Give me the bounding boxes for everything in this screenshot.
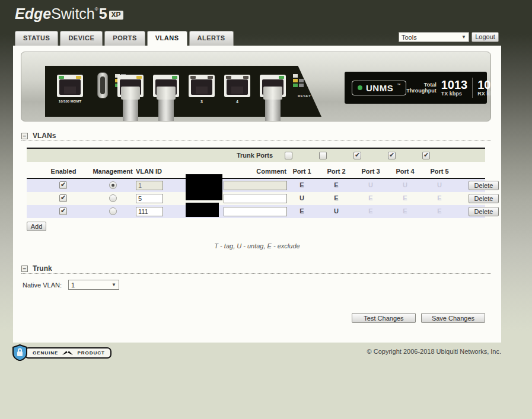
mgmt-led-green bbox=[59, 76, 64, 79]
unms-panel: UNMS ™ Total Throughput 1013 TX kbps 101… bbox=[345, 72, 487, 104]
collapse-icon-trunk[interactable]: − bbox=[21, 266, 28, 272]
logo-edge: Edge bbox=[15, 5, 51, 22]
vlan-row-1: E E U U U Delete bbox=[27, 179, 485, 192]
trunk-port-3-checkbox[interactable] bbox=[353, 152, 361, 159]
ubiquiti-logo-icon bbox=[62, 350, 74, 356]
tab-alerts[interactable]: ALERTS bbox=[189, 31, 234, 46]
native-vlan-dropdown[interactable]: 1 ▼ bbox=[68, 280, 119, 290]
logo-model-number: 5 bbox=[99, 5, 107, 22]
vlan-3-port-1[interactable]: E bbox=[300, 207, 304, 215]
vlan-3-enabled-checkbox[interactable] bbox=[59, 207, 67, 215]
vlan-3-comment-input[interactable] bbox=[224, 207, 287, 216]
vlan-1-port-3[interactable]: U bbox=[368, 181, 373, 188]
test-changes-button[interactable]: Test Changes bbox=[352, 313, 416, 323]
col-comment: Comment bbox=[256, 168, 286, 175]
vlan-2-port-5[interactable]: E bbox=[437, 194, 441, 201]
vlan-2-port-3[interactable]: E bbox=[368, 194, 372, 201]
chevron-down-icon-native: ▼ bbox=[112, 282, 116, 287]
port-4 bbox=[224, 75, 250, 97]
cable-port-2 bbox=[158, 87, 174, 121]
vlan-2-port-2[interactable]: E bbox=[334, 194, 338, 201]
save-changes-button[interactable]: Save Changes bbox=[421, 313, 485, 323]
native-vlan-label: Native VLAN: bbox=[23, 282, 62, 289]
port-3 bbox=[189, 75, 215, 97]
section-divider bbox=[21, 140, 491, 141]
vlan-row-3: E U E E E Delete bbox=[27, 205, 485, 218]
rx-unit: RX kbps bbox=[477, 91, 491, 97]
vlan-2-port-1[interactable]: U bbox=[300, 194, 304, 201]
vlan-row-2: U E E E E Delete bbox=[27, 192, 485, 205]
cable-port-5 bbox=[265, 87, 281, 121]
vlan-3-port-3[interactable]: E bbox=[368, 207, 372, 215]
vlan-1-port-2[interactable]: E bbox=[334, 181, 338, 188]
trunk-port-2-checkbox[interactable] bbox=[319, 152, 327, 159]
port-3-label: 3 bbox=[189, 100, 215, 104]
vlan-1-comment-input[interactable] bbox=[224, 181, 287, 190]
tools-dropdown-value: Tools bbox=[402, 34, 417, 41]
tab-vlans[interactable]: VLANS bbox=[147, 31, 187, 46]
tab-device[interactable]: DEVICE bbox=[60, 31, 103, 46]
col-port-3: Port 3 bbox=[361, 168, 380, 175]
genuine-product-pill: GENUINE PRODUCT bbox=[24, 347, 112, 359]
vlan-table-header: Enabled Management VLAN ID Comment Port … bbox=[27, 168, 485, 178]
device-image: 10/100 MGMT bbox=[21, 52, 491, 121]
trunk-section-title: Trunk bbox=[33, 264, 52, 273]
port-5-led-green bbox=[279, 76, 284, 79]
unms-label: UNMS bbox=[366, 83, 393, 93]
vlan-1-port-5[interactable]: U bbox=[437, 181, 442, 188]
trunk-port-1-checkbox[interactable] bbox=[285, 152, 292, 159]
throughput-stats: Total Throughput 1013 TX kbps 1015 RX kb… bbox=[406, 78, 491, 98]
tools-dropdown[interactable]: Tools ▼ bbox=[399, 32, 469, 42]
vlan-3-port-4[interactable]: E bbox=[403, 207, 407, 215]
vlan-1-enabled-checkbox-disabled-overlay bbox=[59, 181, 67, 189]
throughput-label-throughput: Throughput bbox=[406, 88, 436, 94]
trunk-port-4-checkbox[interactable] bbox=[388, 152, 396, 159]
vlan-3-port-5[interactable]: E bbox=[437, 207, 441, 215]
stats-divider bbox=[472, 78, 473, 98]
vlan-2-comment-input[interactable] bbox=[224, 194, 287, 203]
port-1-led-amber bbox=[136, 76, 142, 79]
copyright-text: © Copyright 2006-2018 Ubiquiti Networks,… bbox=[367, 348, 501, 355]
content-panel: 10/100 MGMT bbox=[13, 46, 501, 343]
unms-status-dot bbox=[358, 85, 362, 90]
tab-bar: STATUS DEVICE PORTS VLANS ALERTS bbox=[15, 31, 234, 46]
product-text: PRODUCT bbox=[77, 350, 105, 356]
col-enabled: Enabled bbox=[51, 168, 77, 175]
collapse-icon[interactable]: − bbox=[21, 133, 28, 139]
registered-mark: ® bbox=[95, 7, 98, 12]
port-3-jack bbox=[191, 79, 212, 95]
vlan-3-id-input[interactable] bbox=[136, 207, 163, 216]
vlan-3-port-2[interactable]: U bbox=[334, 207, 339, 215]
logout-button[interactable]: Logout bbox=[472, 32, 499, 42]
genuine-text: GENUINE bbox=[33, 350, 58, 356]
col-port-5: Port 5 bbox=[430, 168, 448, 175]
shield-lock-icon bbox=[12, 344, 28, 361]
rx-value: 1015 bbox=[477, 79, 491, 91]
tab-status[interactable]: STATUS bbox=[15, 31, 58, 46]
vlans-section-title: VLANs bbox=[33, 132, 56, 140]
vlan-1-port-1[interactable]: E bbox=[300, 181, 304, 188]
add-vlan-button[interactable]: Add bbox=[27, 222, 46, 231]
vlan-2-port-4[interactable]: E bbox=[403, 194, 407, 201]
vlan-2-id-input[interactable] bbox=[136, 194, 163, 203]
tab-ports[interactable]: PORTS bbox=[104, 31, 145, 46]
vlan-1-management-radio[interactable] bbox=[109, 181, 117, 189]
trunk-section-header: − Trunk bbox=[21, 264, 52, 273]
vlan-1-delete-button[interactable]: Delete bbox=[469, 181, 499, 190]
vlan-3-management-radio[interactable] bbox=[109, 207, 117, 215]
vlan-2-enabled-checkbox[interactable] bbox=[59, 194, 67, 202]
vlan-1-id-input[interactable] bbox=[136, 181, 163, 190]
port-3-led2 bbox=[208, 76, 213, 79]
vlan-3-delete-button[interactable]: Delete bbox=[469, 207, 499, 216]
port-4-led bbox=[226, 76, 231, 79]
cable-port-1 bbox=[123, 87, 138, 121]
unms-badge[interactable]: UNMS ™ bbox=[352, 81, 406, 95]
redaction-box bbox=[186, 203, 219, 217]
port-4-jack bbox=[227, 79, 248, 95]
vlan-1-port-4[interactable]: U bbox=[403, 181, 407, 188]
trunk-ports-row: Trunk Ports bbox=[27, 148, 485, 162]
unms-trademark: ™ bbox=[397, 83, 400, 87]
vlan-2-delete-button[interactable]: Delete bbox=[469, 194, 499, 203]
vlan-2-management-radio[interactable] bbox=[109, 194, 117, 202]
trunk-port-5-checkbox[interactable] bbox=[422, 152, 430, 159]
